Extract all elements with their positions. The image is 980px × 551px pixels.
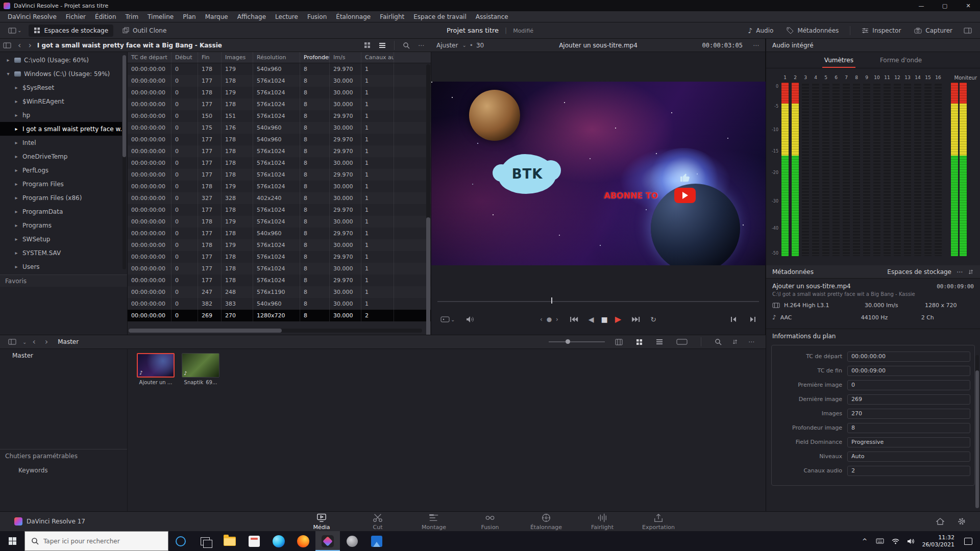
table-row[interactable]: 00:00:00:000247248576x1190830.0001 [128,286,431,298]
column-header[interactable]: Fin [198,52,222,63]
list-view-icon[interactable] [376,42,389,48]
bin-back-button[interactable]: ‹ [29,338,39,346]
touch-keyboard-icon[interactable] [873,538,887,544]
sort-icon[interactable] [968,269,974,275]
skip-to-end-button[interactable] [628,316,643,322]
taskbar-search[interactable] [24,531,168,551]
right-panel-scrollbar[interactable] [975,355,979,508]
smart-bins-section[interactable]: Chutiers paramétrables [0,449,127,462]
overlay-options-icon[interactable]: ⌄ [437,316,458,322]
menu-item-marque[interactable]: Marque [201,13,233,20]
bin-panel-toggle-icon[interactable] [5,339,19,345]
storage-tree-item[interactable]: ▸PerfLogs [0,163,122,177]
search-icon[interactable] [712,338,725,345]
column-header[interactable]: Images [222,52,253,63]
loop-button[interactable]: ↻ [650,316,656,323]
storage-scrollbar[interactable] [122,55,126,269]
page-tab-montage[interactable]: Montage [406,511,462,532]
column-header[interactable]: Profondeu [300,52,330,63]
storage-tree-item[interactable]: ▸hp [0,108,122,122]
table-row[interactable]: 00:00:00:000177178540x960829.9701 [128,228,431,239]
table-row[interactable]: 00:00:00:000150151576x1024829.9701 [128,110,431,122]
menu-item-édition[interactable]: Édition [90,13,121,20]
page-tab-média[interactable]: Média [293,511,350,532]
table-row[interactable]: 00:00:00:000178179576x1024830.0001 [128,87,431,98]
jump-to-in-button[interactable] [727,316,740,322]
menu-item-fichier[interactable]: Fichier [61,13,90,20]
media-clip-thumbnail[interactable]: ♪Ajouter un ... [137,353,175,385]
stop-button[interactable]: ■ [601,316,608,323]
sort-icon[interactable] [732,339,738,345]
file-explorer-button[interactable] [217,531,242,551]
storage-tree-item[interactable]: ▸$SysReset [0,81,122,94]
column-header[interactable]: TC de départ [128,52,172,63]
bin-item-master[interactable]: Master [0,349,127,362]
audio-panel-button[interactable]: ♪ Audio [743,24,778,37]
browser-panel-toggle-icon[interactable] [0,42,14,48]
storage-tree-item[interactable]: ▾Windows (C:\) (Usage: 59%) [0,67,122,81]
storage-tree-item[interactable]: ▸SWSetup [0,232,122,246]
taskbar-clock[interactable]: 11:32 26/03/2021 [919,534,959,548]
page-tab-fairlight[interactable]: Fairlight [574,511,630,532]
field-value-input[interactable]: 0 [847,380,970,390]
jump-to-out-button[interactable] [746,316,759,322]
table-row[interactable]: 00:00:00:000327328402x240830.0001 [128,192,431,204]
bin-item-keywords[interactable]: Keywords [0,464,127,477]
search-input[interactable] [43,538,156,545]
volume-icon[interactable] [463,316,478,323]
field-value-input[interactable]: 2 [847,466,970,476]
menu-item-espace-de-travail[interactable]: Espace de travail [409,13,471,20]
pinned-app-button[interactable] [242,531,266,551]
menu-item-affichage[interactable]: Affichage [233,13,271,20]
davinci-resolve-taskbar-button[interactable] [315,531,340,551]
column-header[interactable]: Canaux au [361,52,394,63]
task-view-button[interactable] [193,531,217,551]
viewer-scrub-bar[interactable] [437,301,759,302]
menu-item-fairlight[interactable]: Fairlight [375,13,409,20]
edge-button[interactable] [266,531,291,551]
column-header[interactable]: Début [172,52,198,63]
list-view-icon[interactable] [653,339,666,345]
tab-forme-donde[interactable]: Forme d'onde [878,54,924,68]
menu-item-assistance[interactable]: Assistance [471,13,513,20]
pinned-app-button[interactable] [340,531,364,551]
cortana-button[interactable] [168,531,193,551]
network-icon[interactable] [888,538,902,544]
zoom-level-value[interactable]: 30 [476,42,484,49]
thumbnail-size-slider[interactable] [549,341,605,342]
menu-item-timeline[interactable]: Timeline [143,13,178,20]
menu-item-davinci-resolve[interactable]: DaVinci Resolve [3,13,61,20]
storage-tree-item[interactable]: ▸SYSTEM.SAV [0,246,122,260]
minimize-button[interactable]: — [910,0,933,11]
field-value-input[interactable]: 00:00:09:00 [847,366,970,376]
table-row[interactable]: 00:00:00:000178179576x1024830.0001 [128,239,431,251]
more-options-icon[interactable]: ⋯ [415,42,427,49]
table-row[interactable]: 00:00:00:000178179576x1024830.0001 [128,216,431,228]
table-vertical-scrollbar[interactable] [426,64,430,335]
metadata-storage-link[interactable]: Espaces de stockage [887,268,951,276]
capture-button[interactable]: Capturer [909,24,958,37]
table-row[interactable]: 00:00:00:000177178576x1024829.9701 [128,274,431,286]
panel-toggle-icon[interactable]: ⌄ [5,28,24,34]
field-value-input[interactable]: 00:00:00:00 [847,352,970,362]
table-row-selected[interactable]: 00:00:00:0002692701280x720830.0002 [128,310,431,321]
grid-view-icon[interactable] [633,339,646,345]
clone-tool-button[interactable]: Outil Clone [117,24,172,37]
storage-tree-item[interactable]: ▸Intel [0,136,122,149]
field-value-input[interactable]: 269 [847,394,970,405]
table-row[interactable]: 00:00:00:000177178576x1024830.0001 [128,75,431,87]
page-tab-étalonnage[interactable]: Étalonnage [518,511,574,532]
inspector-button[interactable]: Inspector [856,24,906,37]
storage-tree-item[interactable]: ▸Program Files [0,177,122,191]
viewer-options-icon[interactable]: ⋯ [753,42,759,49]
project-settings-gear-icon[interactable] [958,517,966,525]
menu-item-plan[interactable]: Plan [178,13,201,20]
back-button[interactable]: ‹ [14,41,24,49]
storage-tree-item[interactable]: ▸I got a small waist pretty face w... [0,122,122,136]
table-row[interactable]: 00:00:00:000177178576x1024829.9701 [128,169,431,181]
field-value-input[interactable]: Auto [847,452,970,462]
play-reverse-button[interactable]: ◀ [589,316,594,323]
play-button[interactable]: ▶ [615,315,621,323]
storage-tree-item[interactable]: ▸Users [0,260,122,273]
table-row[interactable]: 00:00:00:000178179576x1024830.0001 [128,181,431,192]
